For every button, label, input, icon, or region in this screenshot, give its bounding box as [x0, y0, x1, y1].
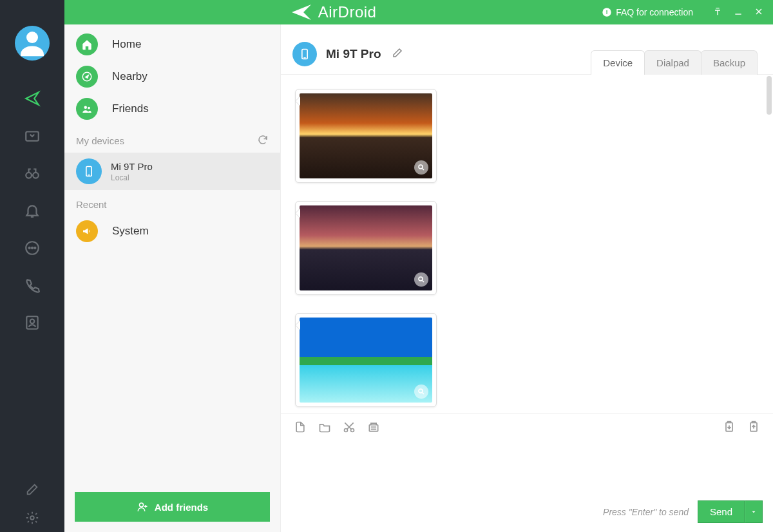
- cut-icon[interactable]: [343, 421, 356, 436]
- friends-icon: [76, 98, 98, 120]
- avatar[interactable]: [15, 26, 50, 61]
- send-button[interactable]: Send: [698, 500, 745, 523]
- window-close-icon[interactable]: [754, 6, 764, 19]
- image-thumbnail: [300, 93, 432, 178]
- tab-backup[interactable]: Backup: [701, 50, 758, 75]
- device-sub: Local: [111, 173, 153, 182]
- send-dropdown[interactable]: [745, 500, 763, 523]
- device-item-mi9tpro[interactable]: Mi 9T Pro Local: [64, 153, 280, 190]
- svg-point-2: [26, 173, 32, 178]
- rail-settings-icon[interactable]: [0, 504, 64, 532]
- device-name: Mi 9T Pro: [111, 161, 153, 172]
- left-rail: [0, 0, 64, 532]
- rail-bell-icon[interactable]: [0, 192, 64, 229]
- compose-input[interactable]: [281, 442, 773, 500]
- megaphone-icon: [76, 220, 98, 242]
- attach-file-icon[interactable]: [294, 421, 307, 436]
- image-bubble[interactable]: [295, 313, 437, 407]
- phone-icon: [76, 158, 102, 184]
- app-name: AirDroid: [318, 3, 377, 21]
- image-thumbnail: [300, 205, 432, 290]
- compass-icon: [76, 66, 98, 88]
- content: Mi 9T Pro Device Dialpad Backup: [281, 24, 773, 532]
- svg-point-24: [419, 389, 423, 393]
- svg-point-22: [419, 165, 423, 169]
- svg-text:!: !: [606, 9, 608, 15]
- phone-icon: [292, 42, 317, 66]
- send-hint: Press "Enter" to send: [603, 507, 689, 517]
- nav-friends-label: Friends: [112, 102, 149, 115]
- messages-panel: [281, 75, 773, 413]
- nav-system[interactable]: System: [64, 215, 280, 247]
- nav-column: Home Nearby Friends My devices Mi 9T Pro…: [64, 24, 281, 532]
- section-recent: Recent: [64, 190, 280, 215]
- apps-icon[interactable]: [367, 421, 380, 436]
- window-minimize-icon[interactable]: [733, 6, 743, 19]
- svg-point-7: [34, 247, 35, 249]
- svg-point-0: [26, 32, 38, 43]
- window-pin-icon[interactable]: [712, 6, 723, 19]
- faq-link[interactable]: ! FAQ for connection: [602, 7, 693, 17]
- section-my-devices: My devices: [64, 125, 280, 153]
- rail-call-icon[interactable]: [0, 267, 64, 304]
- rail-send-icon[interactable]: [0, 80, 64, 117]
- titlebar: AirDroid ! FAQ for connection: [64, 0, 773, 24]
- content-header: Mi 9T Pro Device Dialpad Backup: [281, 24, 773, 75]
- svg-point-9: [30, 319, 35, 324]
- image-bubble[interactable]: [295, 89, 437, 183]
- clipboard-out-icon[interactable]: [747, 421, 760, 436]
- svg-point-5: [29, 247, 30, 249]
- device-title: Mi 9T Pro: [326, 47, 381, 61]
- image-thumbnail: [300, 318, 432, 403]
- nav-home[interactable]: Home: [64, 28, 280, 61]
- rail-edit-icon[interactable]: [0, 475, 64, 504]
- tab-device[interactable]: Device: [591, 50, 645, 75]
- section-devices-label: My devices: [76, 135, 124, 146]
- app-logo: AirDroid: [64, 1, 602, 24]
- nav-friends[interactable]: Friends: [64, 93, 280, 125]
- rail-folder-icon[interactable]: [0, 117, 64, 155]
- svg-point-23: [419, 277, 423, 281]
- faq-label: FAQ for connection: [616, 7, 693, 17]
- zoom-icon[interactable]: [414, 160, 428, 175]
- refresh-icon[interactable]: [257, 134, 269, 147]
- edit-icon[interactable]: [392, 47, 403, 61]
- rail-contacts-icon[interactable]: [0, 304, 64, 341]
- rail-binoculars-icon[interactable]: [0, 155, 64, 192]
- nav-nearby[interactable]: Nearby: [64, 61, 280, 93]
- image-bubble[interactable]: [295, 201, 437, 295]
- zoom-icon[interactable]: [414, 385, 428, 399]
- rail-chat-icon[interactable]: [0, 229, 64, 267]
- scrollbar[interactable]: [767, 76, 772, 115]
- add-friends-label: Add friends: [155, 502, 208, 513]
- compose-toolbar: [281, 413, 773, 442]
- nav-nearby-label: Nearby: [112, 70, 148, 83]
- attach-folder-icon[interactable]: [318, 421, 331, 436]
- home-icon: [76, 33, 98, 55]
- svg-point-16: [88, 107, 90, 109]
- main: AirDroid ! FAQ for connection Home Nearb…: [64, 0, 773, 532]
- tab-dialpad[interactable]: Dialpad: [644, 50, 701, 75]
- svg-point-19: [139, 503, 143, 507]
- add-friends-button[interactable]: Add friends: [75, 492, 270, 522]
- section-recent-label: Recent: [76, 199, 107, 210]
- svg-point-3: [33, 173, 39, 178]
- zoom-icon[interactable]: [414, 272, 428, 287]
- svg-point-10: [30, 516, 34, 520]
- svg-point-6: [32, 247, 33, 249]
- svg-rect-27: [369, 425, 377, 432]
- svg-point-15: [84, 106, 88, 109]
- nav-home-label: Home: [112, 38, 141, 51]
- clipboard-in-icon[interactable]: [723, 421, 736, 436]
- footer: Press "Enter" to send Send: [281, 500, 773, 532]
- nav-system-label: System: [112, 225, 149, 238]
